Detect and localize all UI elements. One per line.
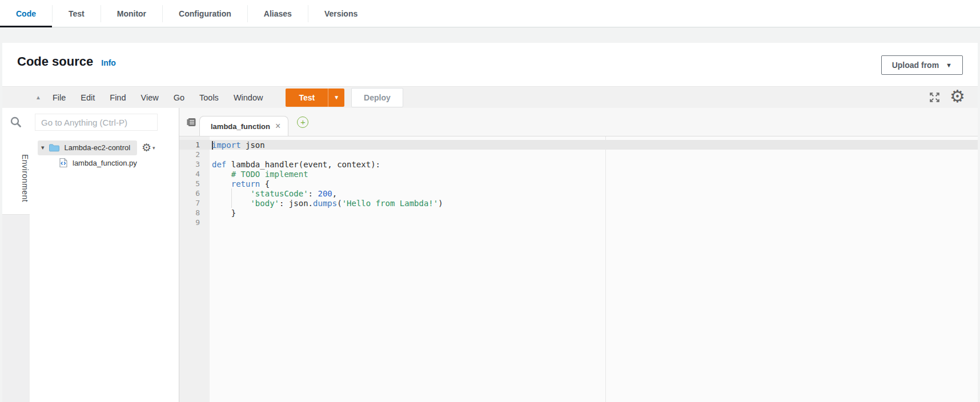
code-line[interactable]: 2 xyxy=(179,150,978,159)
menu-go[interactable]: Go xyxy=(174,93,184,102)
ide-menubar: ▲ FileEditFindViewGoToolsWindow Test ▼ D… xyxy=(2,86,978,108)
page-title: Code source xyxy=(17,54,93,69)
code-line[interactable]: 9 xyxy=(179,218,978,227)
tab-code[interactable]: Code xyxy=(0,5,52,22)
chevron-down-icon: ▼ xyxy=(334,94,339,100)
editor-tabbar: lambda_function × + xyxy=(179,108,978,136)
line-number: 2 xyxy=(179,150,210,159)
code-line[interactable]: 6 'statusCode': 200, xyxy=(179,188,978,198)
code-line[interactable]: 4 # TODO implement xyxy=(179,169,978,179)
left-tab-strip: Environment xyxy=(2,108,30,402)
test-split-button: Test ▼ xyxy=(286,89,344,107)
function-tabs: CodeTestMonitorConfigurationAliasesVersi… xyxy=(0,0,980,27)
tab-aliases[interactable]: Aliases xyxy=(247,5,308,22)
line-text: return { xyxy=(210,179,270,188)
line-number: 1 xyxy=(179,140,210,149)
code-line[interactable]: 7 'body': json.dumps('Hello from Lambda!… xyxy=(179,198,978,208)
file-label: lambda_function.py xyxy=(73,159,137,167)
line-number: 8 xyxy=(179,208,210,217)
folder-item[interactable]: ▾ Lambda-ec2-control xyxy=(38,140,137,155)
code-line[interactable]: 5 return { xyxy=(179,179,978,188)
menu-view[interactable]: View xyxy=(141,93,159,102)
ide-menus: FileEditFindViewGoToolsWindow xyxy=(53,93,263,102)
line-text: import json xyxy=(210,140,265,150)
folder-label: Lambda-ec2-control xyxy=(65,143,131,152)
chevron-down-icon[interactable]: ▾ xyxy=(41,144,45,151)
folder-settings-gear-icon[interactable]: ⚙ ▾ xyxy=(142,142,155,153)
tree-row-file[interactable]: lambda_function.py xyxy=(30,155,179,170)
folder-icon xyxy=(49,143,60,152)
line-text: def lambda_handler(event, context): xyxy=(210,160,380,169)
fullscreen-icon[interactable] xyxy=(929,91,941,103)
tab-versions[interactable]: Versions xyxy=(308,5,373,22)
line-number: 4 xyxy=(179,170,210,178)
line-text: 'statusCode': 200, xyxy=(210,189,337,198)
deploy-button[interactable]: Deploy xyxy=(351,88,403,107)
chevron-down-icon: ▼ xyxy=(946,62,952,69)
line-number: 7 xyxy=(179,199,210,207)
menu-find[interactable]: Find xyxy=(110,93,126,102)
menu-window[interactable]: Window xyxy=(234,93,263,102)
tree-row-folder: ▾ Lambda-ec2-control ⚙ ▾ xyxy=(30,140,179,155)
line-number: 3 xyxy=(179,160,210,168)
line-number: 6 xyxy=(179,189,210,198)
settings-gear-icon[interactable]: ⚙ xyxy=(950,88,965,105)
tree-header xyxy=(30,108,179,136)
menu-edit[interactable]: Edit xyxy=(81,93,95,102)
line-text: 'body': json.dumps('Hello from Lambda!') xyxy=(210,199,443,208)
python-file-icon xyxy=(59,158,68,168)
code-source-header: Code source Info Upload from ▼ xyxy=(2,43,978,86)
editor-tab-lambda-function[interactable]: lambda_function × xyxy=(199,116,288,136)
tab-list-icon[interactable] xyxy=(186,117,198,127)
menu-tools[interactable]: Tools xyxy=(199,93,219,102)
upload-from-label: Upload from xyxy=(892,61,939,70)
environment-tab[interactable]: Environment xyxy=(2,136,30,214)
left-strip-filler xyxy=(2,214,30,402)
code-source-card: Code source Info Upload from ▼ ▲ FileEdi… xyxy=(2,43,978,402)
go-to-anything-input[interactable] xyxy=(35,114,158,131)
test-button[interactable]: Test xyxy=(286,89,328,107)
search-icon-area xyxy=(2,108,30,136)
line-number: 9 xyxy=(179,218,210,227)
chevron-down-icon: ▾ xyxy=(152,145,155,151)
close-icon[interactable]: × xyxy=(275,121,280,131)
info-link[interactable]: Info xyxy=(101,58,116,67)
code-line[interactable]: 3def lambda_handler(event, context): xyxy=(179,159,978,169)
workspace: Environment ▾ Lambda-ec2-control xyxy=(2,108,978,402)
code-line[interactable]: 8 } xyxy=(179,208,978,218)
line-number: 5 xyxy=(179,179,210,188)
file-tree: ▾ Lambda-ec2-control ⚙ ▾ xyxy=(30,136,179,170)
tab-configuration[interactable]: Configuration xyxy=(162,5,247,22)
test-dropdown-button[interactable]: ▼ xyxy=(328,89,344,107)
new-tab-button[interactable]: + xyxy=(297,116,308,128)
code-editor[interactable]: 1import json23def lambda_handler(event, … xyxy=(179,136,978,402)
tab-monitor[interactable]: Monitor xyxy=(101,5,162,22)
line-text: # TODO implement xyxy=(210,170,308,179)
collapse-menubar-icon[interactable]: ▲ xyxy=(35,94,41,100)
search-icon xyxy=(10,116,22,128)
editor-tab-label: lambda_function xyxy=(211,122,270,131)
environment-panel: ▾ Lambda-ec2-control ⚙ ▾ xyxy=(30,108,179,402)
editor-pane: lambda_function × + 1import json23def la… xyxy=(179,108,978,402)
code-line[interactable]: 1import json xyxy=(179,140,978,150)
upload-from-button[interactable]: Upload from ▼ xyxy=(881,55,963,75)
line-text: } xyxy=(210,208,236,218)
menu-file[interactable]: File xyxy=(53,93,66,102)
tab-test[interactable]: Test xyxy=(52,5,101,22)
code-lines: 1import json23def lambda_handler(event, … xyxy=(179,140,978,227)
